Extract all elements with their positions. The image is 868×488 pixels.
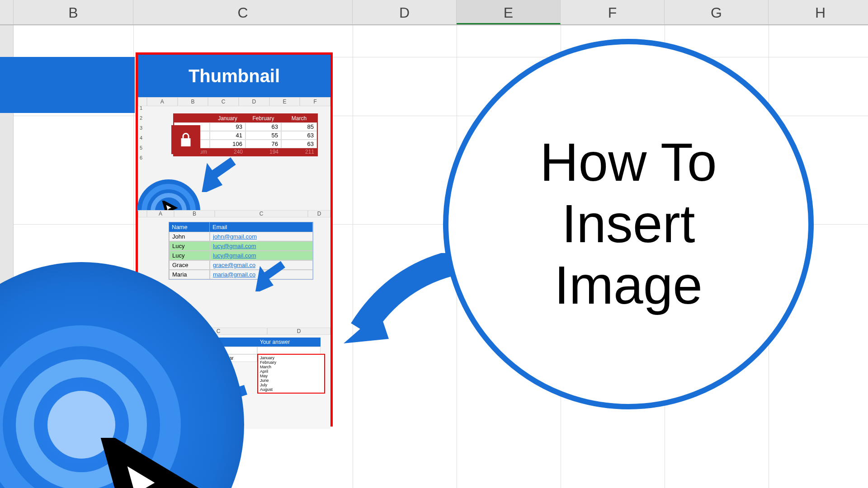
merged-cell-blue (0, 57, 135, 113)
svg-marker-1 (246, 260, 287, 291)
thumbnail-panel-1: AB CD EF 12 34 56 January February March… (138, 97, 330, 210)
select-all-corner[interactable] (0, 0, 14, 24)
col-header-C[interactable]: C (133, 0, 353, 24)
col-header-B[interactable]: B (14, 0, 133, 24)
callout-bubble: How To Insert Image (443, 39, 814, 409)
pointer-arrow-icon (192, 156, 237, 192)
callout-line-2: Insert (561, 193, 695, 255)
cursor-icon (94, 438, 203, 488)
dropdown-list: JanuaryFebruary MarchApril MayJune JulyA… (257, 354, 325, 394)
lock-icon (171, 125, 200, 154)
col-header-G[interactable]: G (665, 0, 769, 24)
click-logo-badge (137, 179, 200, 211)
col-header-H[interactable]: H (769, 0, 868, 24)
svg-marker-0 (192, 156, 237, 192)
col-header-D[interactable]: D (353, 0, 457, 24)
col-header-F[interactable]: F (561, 0, 665, 24)
col-header-E[interactable]: E (457, 0, 561, 24)
thumbnail-title: Thumbnail (138, 55, 330, 97)
callout-line-3: Image (554, 255, 703, 316)
callout-line-1: How To (540, 132, 717, 193)
pointer-arrow-icon (246, 260, 287, 291)
column-header-row: B C D E F G H (0, 0, 868, 25)
